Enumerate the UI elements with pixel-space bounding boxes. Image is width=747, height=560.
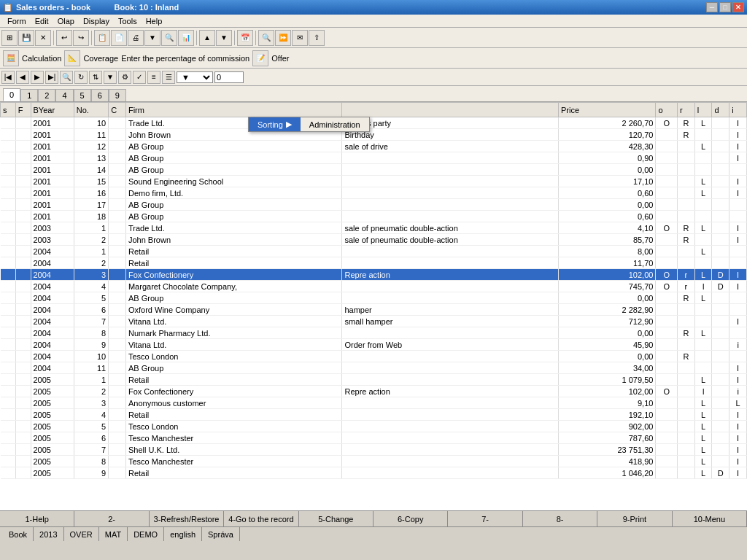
down-btn[interactable]: ▼ (216, 30, 232, 46)
table-row[interactable]: 20044Margaret Chocolate Company,745,70Or… (1, 281, 747, 292)
table-row[interactable]: 20057Shell U.K. Ltd.23 751,30LI (1, 444, 747, 456)
up-btn[interactable]: ▲ (199, 30, 215, 46)
nav-dropdown[interactable]: ▼ (177, 71, 213, 83)
table-row[interactable]: 200115Sound Engineering School17,10LI (1, 176, 747, 187)
tab-5[interactable]: 5 (74, 89, 91, 101)
table-row[interactable]: 200411AB Group34,00I (1, 362, 747, 374)
print-btn[interactable]: 🖨 (128, 30, 144, 46)
calc-icon[interactable]: 🧮 (3, 50, 19, 66)
fn1[interactable]: 1-Help (0, 511, 74, 526)
calc-label[interactable]: Calculation (22, 54, 61, 63)
menu-help[interactable]: Help (142, 16, 167, 26)
minimize-button[interactable]: ─ (706, 2, 718, 12)
next-btn[interactable]: ▶ (31, 71, 44, 84)
last-btn[interactable]: ▶| (45, 71, 58, 84)
fn8[interactable]: 8- (523, 511, 597, 526)
table-row[interactable]: 200111John BrownBirthday120,70RI (1, 129, 747, 141)
undo-btn[interactable]: ↩ (56, 30, 72, 46)
col-header-o[interactable]: o (656, 103, 678, 117)
filter-btn[interactable]: ▼ (144, 30, 160, 46)
check-btn[interactable]: ✓ (133, 71, 146, 84)
offer-label[interactable]: Offer (271, 54, 289, 63)
table-row[interactable]: 20052Fox ConfectioneryRepre action102,00… (1, 386, 747, 397)
new-record-btn[interactable]: ⊞ (1, 30, 18, 46)
table-row[interactable]: 20048Numark Pharmacy Ltd.0,00RL (1, 327, 747, 339)
refresh-btn[interactable]: ↻ (74, 71, 88, 84)
search-btn[interactable]: 🔍 (161, 30, 177, 46)
tab-4[interactable]: 4 (55, 89, 73, 101)
tab-9[interactable]: 9 (109, 89, 126, 101)
table-row[interactable]: 200117AB Group0,00 (1, 199, 747, 211)
col-header-no[interactable]: No. (74, 103, 108, 117)
table-row[interactable]: 20055Tesco London902,00LI (1, 421, 747, 432)
fn6[interactable]: 6-Copy (374, 511, 448, 526)
table-row[interactable]: 200118AB Group0,60 (1, 211, 747, 222)
settings-btn[interactable]: ⚙ (118, 71, 131, 84)
findnext-btn[interactable]: ⏩ (275, 30, 291, 46)
table-row[interactable]: 20058Tesco Manchester418,90LI (1, 456, 747, 467)
close-button[interactable]: ✕ (732, 2, 744, 12)
first-btn[interactable]: |◀ (1, 71, 15, 84)
menu-form[interactable]: Form (3, 16, 31, 26)
table-row[interactable]: 20046Oxford Wine Companyhamper2 282,90 (1, 304, 747, 316)
table-row[interactable]: 20059Retail1 046,20LDI (1, 467, 747, 479)
table-row[interactable]: 20047Vitana Ltd.small hamper712,90I (1, 316, 747, 327)
prev-btn[interactable]: ◀ (16, 71, 29, 84)
sorting-menu-item[interactable]: Sorting ▶ (249, 117, 301, 131)
coverage-icon[interactable]: 📐 (64, 50, 80, 66)
table-row[interactable]: 20042Retail11,70 (1, 257, 747, 269)
administration-menu-item[interactable]: Administration (301, 117, 369, 131)
page-input[interactable]: 0 (214, 71, 244, 83)
col-header-l[interactable]: l (694, 103, 712, 117)
fn9[interactable]: 9-Print (597, 511, 672, 526)
col-header-firm[interactable]: Firm (125, 103, 342, 117)
fn4[interactable]: 4-Go to the record (224, 511, 298, 526)
fn10[interactable]: 10-Menu (673, 511, 747, 526)
table-row[interactable]: 20049Vitana Ltd.Order from Web45,90i (1, 339, 747, 351)
report-btn[interactable]: 📊 (178, 30, 194, 46)
maximize-button[interactable]: □ (719, 2, 731, 12)
mail-btn[interactable]: ✉ (292, 30, 308, 46)
view-btn[interactable]: ☰ (162, 71, 175, 84)
table-row[interactable]: 20053Anonymous customer9,10LL (1, 397, 747, 409)
fn2[interactable]: 2- (74, 511, 149, 526)
table-row[interactable]: 200113AB Group0,90I (1, 152, 747, 164)
find-btn[interactable]: 🔍 (258, 30, 274, 46)
tab-2[interactable]: 2 (38, 89, 55, 101)
table-row[interactable]: 20051Retail1 079,50LI (1, 374, 747, 386)
col-header-i[interactable]: i (729, 103, 747, 117)
tab-1[interactable]: 1 (20, 89, 38, 101)
table-row[interactable]: 20045AB Group0,00RL (1, 292, 747, 304)
offer-icon[interactable]: 📝 (252, 50, 268, 66)
filter-nav-btn[interactable]: ▼ (104, 71, 117, 84)
save-btn[interactable]: 💾 (18, 30, 34, 46)
col-header-c[interactable]: C (109, 103, 126, 117)
menu-edit[interactable]: Edit (31, 16, 53, 26)
table-row[interactable]: 20043Fox ConfectioneryRepre action102,00… (1, 269, 747, 281)
order-btn[interactable]: ≡ (147, 71, 160, 84)
copy-btn[interactable]: 📋 (94, 30, 110, 46)
table-row[interactable]: 200410Tesco London0,00R (1, 351, 747, 362)
commission-label[interactable]: Enter the percentage of commission (121, 54, 249, 63)
table-row[interactable]: 20054Retail192,10LI (1, 409, 747, 421)
col-header-byear[interactable]: BYear (31, 103, 74, 117)
calendar-btn[interactable]: 📅 (237, 30, 253, 46)
table-row[interactable]: 200116Demo firm, Ltd.0,60LI (1, 187, 747, 199)
redo-btn[interactable]: ↪ (73, 30, 89, 46)
tab-6[interactable]: 6 (91, 89, 109, 101)
coverage-label[interactable]: Coverage (83, 54, 118, 63)
tab-0[interactable]: 0 (3, 88, 20, 101)
menu-tools[interactable]: Tools (114, 16, 142, 26)
table-row[interactable]: 200110Trade Ltd.Nicolas party2 260,70ORL… (1, 117, 747, 129)
paste-btn[interactable]: 📄 (111, 30, 127, 46)
table-row[interactable]: 200114AB Group0,00 (1, 164, 747, 176)
table-row[interactable]: 20032John Brownsale of pneumatic double-… (1, 234, 747, 246)
data-table-container[interactable]: s F BYear No. C Firm Price o r l d i 200… (0, 102, 747, 510)
col-header-r[interactable]: r (678, 103, 695, 117)
menu-olap[interactable]: Olap (53, 16, 79, 26)
col-header-price[interactable]: Price (558, 103, 655, 117)
delete-btn[interactable]: ✕ (35, 30, 51, 46)
fn5[interactable]: 5-Change (299, 511, 374, 526)
fn7[interactable]: 7- (448, 511, 522, 526)
fn3[interactable]: 3-Refresh/Restore (150, 511, 224, 526)
